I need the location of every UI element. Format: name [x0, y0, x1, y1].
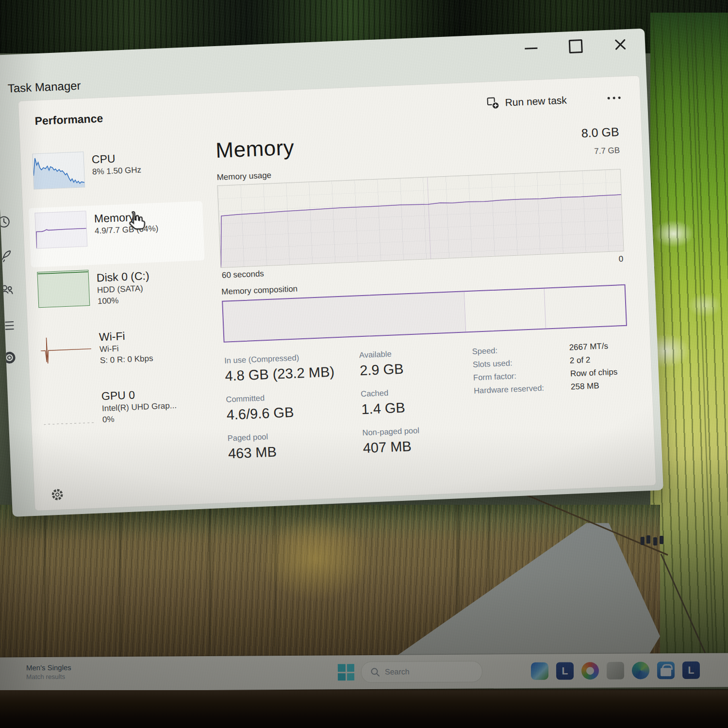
stat-form-factor: Form factor: Row of chips: [473, 367, 618, 383]
services-icon[interactable]: [1, 349, 17, 365]
chart-scale-top-label: 7.7 GB: [582, 146, 620, 157]
wifi-mini-chart: [39, 329, 92, 367]
timeline-right-label: 0: [618, 254, 623, 264]
performance-sidebar: CPU 8% 1.50 GHz Memory 4.9/7.7 GB (64%): [26, 142, 213, 469]
wallpaper-bamboo-path-scene: [0, 505, 660, 658]
settings-gear-icon[interactable]: [50, 487, 65, 502]
tree-trunk: [274, 505, 277, 658]
cpu-title: CPU: [91, 150, 141, 166]
startup-apps-icon[interactable]: [0, 248, 14, 264]
performance-page: Performance Run new task: [18, 75, 657, 511]
app-tile-l-icon[interactable]: L: [556, 662, 574, 679]
start-button-windows-logo-icon[interactable]: [338, 664, 354, 680]
wifi-throughput: S: 0 R: 0 Kbps: [100, 353, 153, 366]
memory-mini-chart: [34, 211, 87, 248]
laptop-bezel: [0, 689, 728, 728]
maximize-icon[interactable]: [567, 38, 584, 55]
sidebar-item-disk0[interactable]: Disk 0 (C:) HDD (SATA) 100%: [31, 260, 207, 327]
timeline-left-label: 60 seconds: [222, 269, 265, 281]
disk-title: Disk 0 (C:): [96, 268, 149, 285]
cpu-mini-chart: [32, 151, 85, 189]
stat-in-use: In use (Compressed) 4.8 GB (23.2 MB): [224, 350, 360, 384]
distant-people: [640, 533, 669, 552]
sidebar-item-gpu0[interactable]: GPU 0 Intel(R) UHD Grap... 0%: [36, 379, 212, 445]
windows-taskbar: Men's Singles Match results Search L: [0, 653, 728, 690]
widget-subline: Match results: [26, 673, 71, 682]
sidebar-item-cpu[interactable]: CPU 8% 1.50 GHz: [26, 142, 202, 208]
tree-trunk: [44, 505, 46, 658]
app-history-icon[interactable]: [0, 214, 12, 230]
search-placeholder: Search: [385, 667, 410, 676]
tree-trunk: [119, 505, 121, 658]
stat-committed: Committed 4.6/9.6 GB: [226, 389, 362, 423]
details-icon[interactable]: [0, 317, 16, 333]
users-icon[interactable]: [0, 281, 15, 298]
close-icon[interactable]: [612, 36, 629, 53]
page-title: Performance: [34, 112, 103, 128]
stat-speed: Speed: 2667 MT/s: [472, 341, 616, 357]
run-new-task-button[interactable]: Run new task: [481, 89, 572, 114]
memory-capacity: 8.0 GB: [581, 125, 619, 140]
wallpaper-bamboo-right: [650, 13, 728, 663]
stat-non-paged-pool: Non-paged pool 407 MB: [362, 424, 467, 456]
window-plus-icon: [486, 96, 499, 110]
app-colorful-icon[interactable]: [581, 662, 599, 679]
minimize-icon[interactable]: [523, 40, 540, 57]
gpu-mini-chart: [42, 388, 95, 426]
stat-paged-pool: Paged pool 463 MB: [227, 428, 363, 462]
tree-trunk: [209, 505, 211, 658]
sidebar-item-wifi[interactable]: Wi-Fi Wi-Fi S: 0 R: 0 Kbps: [33, 319, 210, 386]
disk-type: HDD (SATA): [97, 283, 150, 296]
hand-cursor: [125, 209, 148, 235]
memory-usage-chart: [217, 169, 624, 268]
stat-slots-used: Slots used: 2 of 2: [473, 354, 617, 370]
memory-detail-pane: Memory 8.0 GB 7.7 GB Memory usage: [200, 124, 654, 463]
stat-available: Available 2.9 GB: [359, 347, 464, 379]
sidebar-item-memory[interactable]: Memory 4.9/7.7 GB (64%): [29, 201, 205, 267]
photo-of-laptop-screen: Men's Singles Match results Search L: [0, 0, 728, 728]
wallpaper-golden-grass-highlight: [252, 514, 379, 626]
wifi-title: Wi-Fi: [99, 328, 152, 345]
cpu-stats: 8% 1.50 GHz: [92, 165, 142, 178]
stat-cached: Cached 1.4 GB: [361, 385, 466, 417]
memory-page-title: Memory: [215, 135, 295, 163]
search-icon: [370, 667, 380, 677]
microsoft-store-icon[interactable]: [657, 662, 675, 679]
taskbar-search-box[interactable]: Search: [361, 661, 482, 683]
run-new-task-label: Run new task: [505, 94, 567, 108]
app-gray-icon[interactable]: [607, 662, 624, 679]
monitor-screen: Men's Singles Match results Search L: [0, 0, 728, 690]
taskbar-pinned-apps: L L: [531, 662, 700, 680]
memory-stats-grid: In use (Compressed) 4.8 GB (23.2 MB) Ava…: [224, 340, 632, 462]
app-tile-l2-icon[interactable]: L: [682, 662, 700, 679]
disk-mini-chart: [37, 270, 90, 308]
app-swoosh-blue-icon[interactable]: [531, 662, 548, 680]
stat-hardware-reserved: Hardware reserved: 258 MB: [474, 381, 618, 396]
task-manager-window: Task Manager: [0, 29, 663, 517]
window-title: Task Manager: [7, 79, 81, 95]
widget-headline: Men's Singles: [26, 662, 71, 673]
widgets-button[interactable]: Men's Singles Match results: [26, 662, 71, 682]
ellipsis-icon[interactable]: [602, 91, 626, 104]
disk-usage: 100%: [98, 294, 150, 307]
edge-browser-icon[interactable]: [632, 662, 649, 679]
